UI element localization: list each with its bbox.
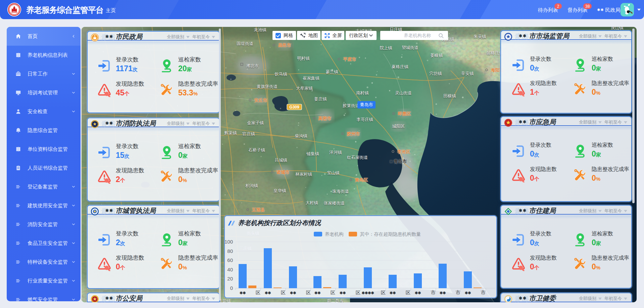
svg-text:宝山镇: 宝山镇 bbox=[327, 171, 340, 175]
svg-text:区: 区 bbox=[356, 290, 361, 295]
svg-text:田横镇: 田横镇 bbox=[443, 94, 456, 98]
svg-text:20: 20 bbox=[227, 276, 233, 281]
svg-text:朱吴镇: 朱吴镇 bbox=[474, 34, 486, 39]
svg-text:固堤街道: 固堤街道 bbox=[237, 41, 253, 46]
svg-text:明村镇: 明村镇 bbox=[297, 56, 310, 61]
svg-text:40: 40 bbox=[227, 267, 233, 272]
svg-text:姜疃镇: 姜疃镇 bbox=[430, 53, 443, 58]
svg-text:红石崖街道: 红石崖街道 bbox=[347, 155, 368, 160]
svg-text:大牟家镇: 大牟家镇 bbox=[296, 86, 313, 91]
svg-text:市: 市 bbox=[456, 290, 461, 295]
svg-text:黄岛区: 黄岛区 bbox=[355, 177, 368, 182]
svg-text:蓼兰镇: 蓼兰镇 bbox=[326, 70, 338, 74]
svg-text:✱✱: ✱✱ bbox=[290, 291, 296, 295]
svg-text:G309: G309 bbox=[289, 105, 299, 109]
svg-text:龙池镇: 龙池镇 bbox=[254, 28, 266, 32]
svg-text:辛安镇: 辛安镇 bbox=[461, 71, 474, 76]
svg-text:区: 区 bbox=[331, 290, 336, 295]
svg-text:✱✱: ✱✱ bbox=[265, 291, 271, 295]
svg-text:皇华镇: 皇华镇 bbox=[274, 188, 286, 193]
svg-text:李沧区: 李沧区 bbox=[397, 149, 410, 154]
svg-text:市: 市 bbox=[431, 290, 436, 295]
svg-text:李哥庄镇: 李哥庄镇 bbox=[356, 117, 374, 122]
svg-text:✱✱: ✱✱ bbox=[390, 291, 396, 295]
svg-text:区: 区 bbox=[306, 290, 311, 295]
svg-text:五莲县: 五莲县 bbox=[252, 207, 265, 212]
svg-text:洋河镇: 洋河镇 bbox=[329, 150, 342, 155]
svg-text:林家村镇: 林家村镇 bbox=[295, 172, 312, 177]
svg-text:区: 区 bbox=[381, 290, 386, 295]
svg-text:官庄镇: 官庄镇 bbox=[242, 132, 255, 136]
svg-text:胶州市: 胶州市 bbox=[347, 131, 360, 136]
svg-text:诸城市: 诸城市 bbox=[276, 170, 290, 175]
svg-text:✱✱✱✱: ✱✱✱✱ bbox=[362, 291, 374, 295]
svg-text:吕城镇: 吕城镇 bbox=[275, 158, 287, 163]
svg-text:昌邑市: 昌邑市 bbox=[278, 43, 291, 48]
svg-text:前二岛乡: 前二岛乡 bbox=[327, 299, 344, 302]
svg-text:60: 60 bbox=[227, 257, 233, 263]
svg-text:院上镇: 院上镇 bbox=[380, 46, 392, 50]
svg-text:柴沟镇: 柴沟镇 bbox=[295, 134, 307, 138]
svg-text:金家子镇: 金家子镇 bbox=[247, 121, 264, 125]
svg-text:虎山镇: 虎山镇 bbox=[611, 27, 624, 30]
svg-text:市: 市 bbox=[481, 290, 486, 295]
svg-text:✱✱: ✱✱ bbox=[314, 291, 320, 295]
svg-text:穴坊镇: 穴坊镇 bbox=[429, 71, 442, 76]
svg-text:枳沟镇: 枳沟镇 bbox=[245, 183, 258, 188]
svg-text:望城街道: 望城街道 bbox=[402, 45, 418, 50]
svg-text:区: 区 bbox=[281, 290, 286, 295]
svg-text:区: 区 bbox=[406, 290, 411, 295]
svg-text:饮马镇: 饮马镇 bbox=[274, 72, 287, 77]
svg-text:100: 100 bbox=[225, 239, 233, 245]
svg-text:即墨区: 即墨区 bbox=[398, 111, 411, 116]
svg-text:安丘市: 安丘市 bbox=[254, 98, 267, 103]
svg-text:黄旗堡街道: 黄旗堡街道 bbox=[257, 84, 278, 89]
svg-text:石桥子镇: 石桥子镇 bbox=[248, 148, 265, 152]
svg-text:□ 青岛市: □ 青岛市 bbox=[390, 159, 407, 164]
svg-text:珠海街道: 珠海街道 bbox=[332, 189, 349, 194]
svg-text:✱✱: ✱✱ bbox=[240, 291, 246, 295]
svg-text:城阳区: 城阳区 bbox=[392, 124, 405, 129]
svg-text:灵山街道: 灵山街道 bbox=[395, 91, 412, 95]
svg-text:高密市: 高密市 bbox=[318, 116, 332, 121]
svg-text:辉渠镇: 辉渠镇 bbox=[224, 131, 237, 135]
svg-text:崔家集镇: 崔家集镇 bbox=[302, 76, 320, 81]
svg-text:✱✱: ✱✱ bbox=[465, 291, 471, 295]
svg-text:0: 0 bbox=[230, 285, 233, 291]
svg-text:夏格庄镇: 夏格庄镇 bbox=[392, 64, 409, 69]
svg-text:张家楼街道: 张家楼街道 bbox=[324, 201, 345, 206]
svg-text:80: 80 bbox=[227, 248, 233, 254]
svg-text:胶莱街道: 胶莱街道 bbox=[343, 103, 359, 108]
svg-text:南村镇: 南村镇 bbox=[356, 91, 369, 95]
svg-text:铺集镇: 铺集镇 bbox=[306, 151, 319, 156]
svg-text:✱✱: ✱✱ bbox=[340, 291, 346, 295]
svg-text:大村镇: 大村镇 bbox=[305, 201, 318, 205]
svg-text:姜庄镇: 姜庄镇 bbox=[314, 97, 327, 101]
svg-text:区: 区 bbox=[256, 290, 261, 295]
svg-text:平度市: 平度市 bbox=[343, 57, 356, 62]
svg-text:✱✱: ✱✱ bbox=[440, 291, 446, 295]
svg-text:潍坊市: 潍坊市 bbox=[246, 63, 259, 68]
svg-text:✱✱: ✱✱ bbox=[415, 291, 421, 295]
